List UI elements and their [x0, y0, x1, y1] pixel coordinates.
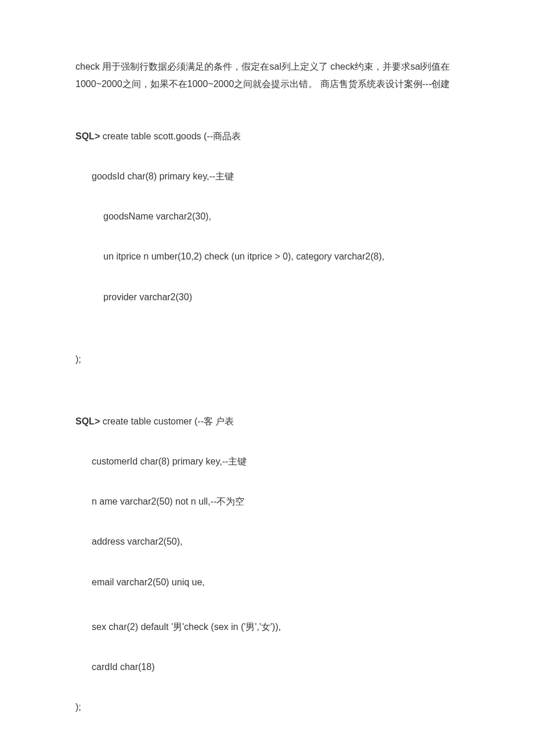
sql1-line1-rest: create table scott.goods (--商品表	[100, 131, 241, 141]
sql2-line4: address varchar2(50),	[92, 534, 459, 549]
sql1-line2: goodsId char(8) primary key,--主键	[92, 168, 459, 184]
sql2-line5: email varchar2(50) uniq ue,	[92, 574, 459, 590]
sql1-line3: goodsName varchar2(30),	[103, 208, 459, 224]
document-page: check 用于强制行数据必须满足的条件，假定在sal列上定义了 check约束…	[0, 0, 534, 756]
sql2-line1-rest: create table customer (--客 户表	[100, 416, 234, 426]
sql2-line8: );	[75, 699, 459, 715]
sql1-line1: SQL> create table scott.goods (--商品表	[75, 128, 459, 144]
sql2-line7: cardId char(18)	[92, 659, 459, 675]
sql-prompt: SQL>	[75, 131, 100, 141]
sql2-line2: customerId char(8) primary key,--主键	[92, 453, 459, 469]
sql1-line6: );	[75, 351, 459, 367]
sql2-line1: SQL> create table customer (--客 户表	[75, 413, 459, 429]
sql1-line5: provider varchar2(30)	[103, 289, 459, 305]
sql-prompt: SQL>	[75, 416, 100, 426]
sql2-line6: sex char(2) default '男'check (sex in ('男…	[92, 619, 459, 635]
intro-paragraph: check 用于强制行数据必须满足的条件，假定在sal列上定义了 check约束…	[75, 58, 459, 93]
sql2-line3: n ame varchar2(50) not n ull,--不为空	[92, 494, 459, 509]
sql1-line4: un itprice n umber(10,2) check (un itpri…	[103, 249, 459, 264]
